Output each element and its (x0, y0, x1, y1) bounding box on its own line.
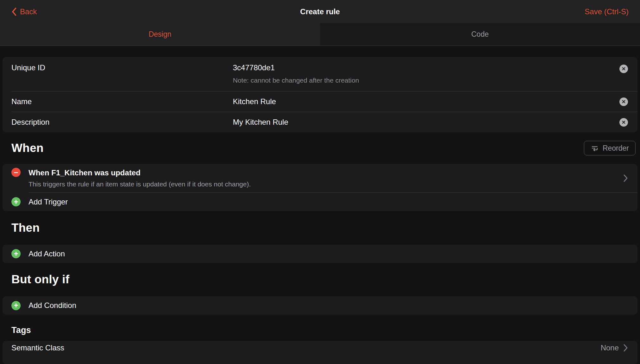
when-section-header: When Reorder (0, 132, 640, 164)
description-value[interactable]: My Kitchen Rule (233, 118, 288, 127)
then-section-header: Then (0, 211, 640, 245)
unique-id-value[interactable]: 3c47780de1 (233, 63, 359, 72)
add-action-label: Add Action (29, 249, 65, 258)
semantic-class-value: None (601, 343, 619, 352)
chevron-right-icon (623, 344, 628, 352)
clear-circle-icon[interactable]: ✕ (619, 118, 628, 127)
description-label: Description (11, 118, 233, 127)
name-label: Name (11, 97, 233, 106)
plus-circle-icon: + (11, 301, 21, 310)
when-title: When (11, 141, 44, 155)
reorder-icon (591, 144, 599, 152)
plus-circle-icon: + (11, 249, 21, 258)
clear-circle-icon[interactable]: ✕ (619, 97, 628, 106)
description-row[interactable]: Description My Kitchen Rule ✕ (3, 112, 637, 132)
but-only-if-title: But only if (11, 273, 69, 286)
rule-meta-card: Unique ID 3c47780de1 Note: cannot be cha… (3, 57, 637, 132)
spacer (0, 46, 640, 57)
triggers-card: − When F1_Kitchen was updated This trigg… (3, 164, 637, 211)
tags-section-header: Tags (0, 315, 640, 341)
tags-title: Tags (11, 325, 31, 335)
tab-code[interactable]: Code (320, 23, 640, 46)
semantic-class-label: Semantic Class (11, 343, 233, 352)
clear-circle-icon[interactable]: ✕ (619, 65, 628, 73)
tab-design[interactable]: Design (0, 23, 320, 46)
save-button[interactable]: Save (Ctrl-S) (585, 7, 629, 16)
back-button[interactable]: Back (11, 7, 37, 16)
tab-bar: Design Code (0, 23, 640, 46)
actions-card: + Add Action (3, 245, 637, 263)
chevron-left-icon (11, 7, 17, 16)
conditions-card: + Add Condition (3, 296, 637, 315)
name-value[interactable]: Kitchen Rule (233, 97, 276, 106)
tags-card: Semantic Class None (3, 341, 637, 364)
add-action-button[interactable]: + Add Action (3, 245, 637, 263)
add-condition-label: Add Condition (29, 301, 76, 310)
trigger-title: When F1_Kitchen was updated (29, 168, 617, 178)
back-label: Back (20, 7, 37, 16)
minus-circle-icon[interactable]: − (11, 168, 21, 177)
semantic-class-value-wrap: None (601, 343, 628, 352)
chevron-right-icon (623, 174, 628, 182)
page-title: Create rule (0, 7, 640, 16)
add-trigger-button[interactable]: + Add Trigger (3, 193, 637, 211)
navbar: Back Create rule Save (Ctrl-S) (0, 0, 640, 23)
add-condition-button[interactable]: + Add Condition (3, 296, 637, 315)
then-title: Then (11, 221, 40, 235)
unique-id-label: Unique ID (11, 63, 233, 72)
add-trigger-label: Add Trigger (29, 198, 68, 206)
trigger-row[interactable]: − When F1_Kitchen was updated This trigg… (3, 164, 637, 192)
condition-section-header: But only if (0, 263, 640, 296)
reorder-label: Reorder (603, 144, 629, 153)
unique-id-field[interactable]: 3c47780de1 Note: cannot be changed after… (233, 63, 359, 84)
unique-id-note: Note: cannot be changed after the creati… (233, 77, 359, 84)
name-row[interactable]: Name Kitchen Rule ✕ (3, 91, 637, 112)
plus-circle-icon: + (11, 197, 21, 206)
unique-id-row[interactable]: Unique ID 3c47780de1 Note: cannot be cha… (3, 57, 637, 91)
trigger-subtitle: This triggers the rule if an item state … (29, 180, 617, 188)
reorder-button[interactable]: Reorder (584, 141, 636, 155)
create-rule-page: Back Create rule Save (Ctrl-S) Design Co… (0, 0, 640, 364)
semantic-class-row[interactable]: Semantic Class None (3, 341, 637, 364)
trigger-body: When F1_Kitchen was updated This trigger… (29, 168, 617, 189)
